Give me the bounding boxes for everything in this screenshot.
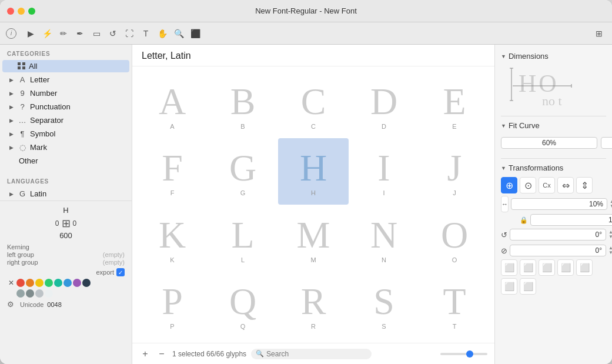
flip-d1-button[interactable]: ⬜: [539, 259, 555, 276]
fit-curve-input-2[interactable]: [601, 137, 612, 149]
scale-x-input[interactable]: [511, 198, 607, 210]
flip-d2-button[interactable]: ⬜: [557, 259, 574, 276]
glyph-cell-D[interactable]: D D: [349, 71, 419, 138]
unicode-label: Unicode: [20, 301, 44, 308]
color-teal[interactable]: [54, 279, 62, 287]
sidebar-item-latin[interactable]: ▶ G Latin: [2, 188, 129, 200]
sidebar-toggle[interactable]: ⊞: [592, 26, 606, 41]
color-gray2[interactable]: [26, 289, 34, 298]
color-blue[interactable]: [63, 279, 72, 287]
component-tool[interactable]: ⛶: [122, 26, 136, 41]
sidebar-item-punctuation[interactable]: ▶ ? Punctuation: [2, 101, 129, 113]
close-button[interactable]: [7, 8, 14, 15]
sidebar-item-letter[interactable]: ▶ A Letter: [2, 74, 129, 86]
add-glyph-button[interactable]: +: [139, 348, 151, 360]
scale-y-input[interactable]: [530, 214, 612, 226]
transform-center-icon[interactable]: ⊙: [520, 177, 536, 193]
glyph-cell-K[interactable]: K K: [137, 205, 208, 272]
pen-tool[interactable]: ⚡: [40, 26, 54, 41]
category-separator-label: Separator: [30, 116, 63, 125]
glyph-cell-H[interactable]: H H: [278, 138, 349, 205]
transformations-header[interactable]: ▼ Transformations: [495, 161, 612, 175]
glyph-cell-I[interactable]: I I: [349, 138, 419, 205]
glyph-cell-E[interactable]: E E: [419, 71, 490, 138]
glyph-cell-R[interactable]: R R: [278, 272, 349, 339]
transform-flip-h-icon[interactable]: ⇔: [557, 177, 574, 193]
glyph-cell-P[interactable]: P P: [137, 272, 208, 339]
rotate2-down[interactable]: ▼: [608, 251, 612, 255]
rotate-ccw-icon[interactable]: ↺: [501, 228, 507, 242]
info-icon[interactable]: i: [6, 28, 16, 39]
glyph-cell-J[interactable]: J J: [419, 138, 490, 205]
pointer-tool[interactable]: ▶: [24, 26, 38, 41]
scale-x-down[interactable]: ▼: [610, 204, 612, 209]
paste-button[interactable]: ⬜: [520, 278, 536, 295]
color-red[interactable]: [16, 279, 25, 287]
glyph-cell-T[interactable]: T T: [419, 272, 490, 339]
export-checkbox[interactable]: [116, 268, 125, 276]
sidebar-item-mark[interactable]: ▶ ◌ Mark: [2, 141, 129, 153]
dimensions-header[interactable]: ▼ Dimensions: [495, 49, 612, 63]
sidebar-item-all[interactable]: All: [2, 60, 129, 72]
zoom-track[interactable]: [440, 353, 487, 355]
glyph-cell-M[interactable]: M M: [278, 205, 349, 272]
glyph-label: K: [170, 256, 174, 263]
category-all-label: All: [29, 62, 37, 71]
glyph-cell-C[interactable]: C C: [278, 71, 349, 138]
color-orange[interactable]: [26, 279, 34, 287]
flip-v-button[interactable]: ⬜: [520, 259, 536, 276]
settings-icon[interactable]: ⚙: [7, 300, 16, 309]
bezier-tool[interactable]: ✒: [73, 26, 87, 41]
undo-tool[interactable]: ↺: [106, 26, 120, 41]
copy-button[interactable]: ⬜: [501, 278, 517, 295]
rotate1-input[interactable]: [510, 229, 606, 241]
glyph-cell-F[interactable]: F F: [137, 138, 208, 205]
fit-curve-header[interactable]: ▼ Fit Curve: [495, 119, 612, 132]
color-light[interactable]: [45, 289, 53, 298]
text-tool[interactable]: T: [139, 26, 153, 41]
scale-x-icon[interactable]: ↔: [501, 196, 509, 212]
clear-color-button[interactable]: ✕: [7, 279, 15, 287]
transform-flip-v-icon[interactable]: ⇕: [576, 177, 593, 193]
sidebar-item-separator[interactable]: ▶ … Separator: [2, 114, 129, 126]
transform-origin-icon[interactable]: ⊕: [501, 177, 517, 193]
glyph-char: B: [230, 83, 256, 121]
zoom-tool[interactable]: 🔍: [172, 26, 186, 41]
maximize-button[interactable]: [28, 8, 35, 15]
rotate2-input[interactable]: [510, 245, 606, 256]
glyph-cell-A[interactable]: A A: [137, 71, 208, 138]
glyph-cell-B[interactable]: B B: [208, 71, 278, 138]
sidebar-item-symbol[interactable]: ▶ ¶ Symbol: [2, 128, 129, 140]
search-input[interactable]: [266, 350, 367, 358]
fit-curve-input-1[interactable]: [501, 137, 597, 149]
minimize-button[interactable]: [18, 8, 25, 15]
center-panel: Letter, Latin A A B B C C D D: [132, 45, 494, 364]
color-dark[interactable]: [82, 279, 91, 287]
glyph-cell-G[interactable]: G G: [208, 138, 278, 205]
color-green[interactable]: [45, 279, 53, 287]
sidebar-item-number[interactable]: ▶ 9 Number: [2, 87, 129, 99]
dimensions-title: Dimensions: [509, 52, 549, 61]
hand-tool[interactable]: ✋: [155, 26, 169, 41]
measure-tool[interactable]: ⬛: [188, 26, 202, 41]
pencil-tool[interactable]: ✏: [56, 26, 71, 41]
glyph-cell-S[interactable]: S S: [349, 272, 419, 339]
sidebar-item-other[interactable]: Other: [2, 155, 129, 167]
glyph-cell-L[interactable]: L L: [208, 205, 278, 272]
skew-icon[interactable]: ⊘: [501, 243, 507, 258]
color-gray3[interactable]: [35, 289, 44, 298]
color-gray1[interactable]: [16, 289, 25, 298]
glyph-cell-N[interactable]: N N: [349, 205, 419, 272]
app-window: New Font-Regular - New Font i ▶ ⚡ ✏ ✒ ▭ …: [0, 0, 612, 364]
flip-d3-button[interactable]: ⬜: [576, 259, 593, 276]
transform-scale-icon[interactable]: Cx: [539, 177, 555, 193]
glyph-cell-O[interactable]: O O: [419, 205, 490, 272]
symbol-icon: ¶: [18, 129, 27, 138]
color-purple[interactable]: [73, 279, 81, 287]
remove-glyph-button[interactable]: −: [156, 348, 168, 360]
rotate1-down[interactable]: ▼: [608, 235, 612, 239]
flip-h-button[interactable]: ⬜: [501, 259, 517, 276]
rect-tool[interactable]: ▭: [89, 26, 103, 41]
glyph-cell-Q[interactable]: Q Q: [208, 272, 278, 339]
color-yellow[interactable]: [35, 279, 44, 287]
